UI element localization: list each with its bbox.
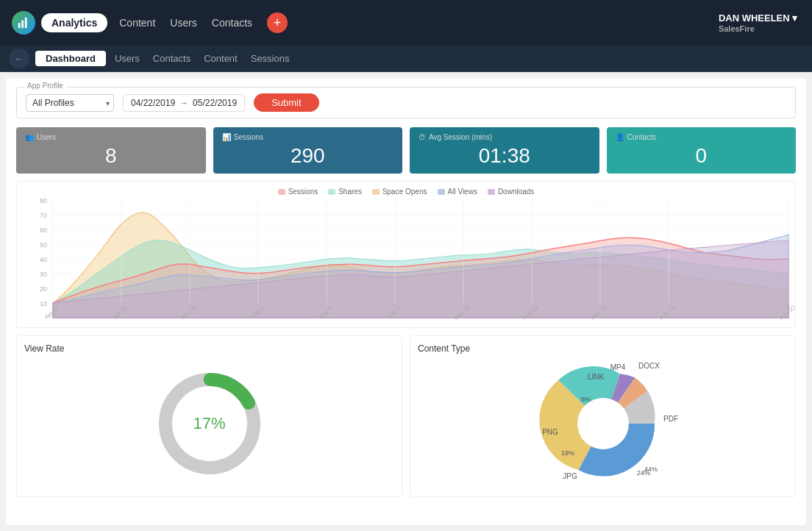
legend-sessions: Sessions (278, 188, 318, 196)
legend-shares: Shares (328, 188, 362, 196)
svg-text:20: 20 (40, 285, 47, 293)
content-type-card: Content Type (410, 335, 796, 497)
contacts-icon: 👤 (616, 133, 624, 141)
add-nav-button[interactable]: + (267, 13, 288, 33)
svg-rect-2 (25, 18, 27, 28)
legend-downloads: Downloads (488, 188, 534, 196)
legend-space-opens: Space Opens (372, 188, 427, 196)
date-from: 04/22/2019 (131, 98, 175, 108)
stat-value-sessions: 290 (222, 144, 394, 168)
nav-contacts[interactable]: Contacts (212, 17, 252, 29)
legend-all-views-label: All Views (448, 188, 477, 196)
profile-select-wrapper: All Profiles ▾ (26, 94, 114, 112)
stat-value-contacts: 0 (616, 144, 788, 168)
subnav-content[interactable]: Content (204, 51, 238, 65)
donut-percentage: 17% (193, 414, 225, 433)
users-icon: 👥 (25, 133, 34, 141)
stat-value-avg-session: 01:38 (419, 144, 591, 168)
svg-text:30: 30 (40, 271, 47, 278)
user-name: DAN WHEELEN (719, 13, 790, 24)
legend-shares-dot (328, 189, 335, 195)
user-subtitle: SalesFire (719, 24, 755, 33)
profile-select[interactable]: All Profiles (26, 94, 114, 112)
svg-text:40: 40 (40, 256, 47, 263)
subnav-users[interactable]: Users (115, 51, 140, 65)
top-navigation: Analytics Content Users Contacts + DAN W… (0, 0, 812, 46)
legend-downloads-dot (488, 189, 495, 195)
stat-value-users: 8 (25, 144, 197, 168)
svg-text:80: 80 (40, 197, 47, 204)
svg-rect-0 (18, 23, 21, 28)
nav-users[interactable]: Users (170, 17, 197, 29)
legend-all-views: All Views (438, 188, 477, 196)
stat-label-avg-session: ⏱ Avg Session (mins) (419, 133, 591, 141)
svg-text:19%: 19% (560, 449, 574, 457)
legend-shares-label: Shares (338, 188, 362, 196)
svg-text:MP4: MP4 (610, 363, 625, 371)
stat-label-users: 👥 Users (25, 133, 197, 141)
legend-sessions-dot (278, 189, 285, 195)
legend-space-opens-dot (372, 189, 380, 195)
sessions-icon: 📊 (222, 133, 231, 141)
svg-text:10: 10 (40, 300, 47, 307)
svg-text:8%: 8% (581, 396, 591, 403)
legend-sessions-label: Sessions (288, 188, 318, 196)
svg-text:PNG: PNG (542, 428, 558, 436)
subnav-sessions[interactable]: Sessions (251, 51, 290, 65)
back-button[interactable]: ← (9, 49, 29, 69)
svg-text:PDF: PDF (663, 415, 678, 423)
date-to: 05/22/2019 (193, 98, 237, 108)
analytics-nav-button[interactable]: Analytics (41, 13, 107, 32)
user-chevron-icon: ▾ (792, 13, 797, 24)
main-content: App Profile All Profiles ▾ 04/22/2019 → … (6, 78, 806, 525)
content-type-title: Content Type (418, 343, 788, 354)
bottom-charts-row: View Rate 17% Content Type (16, 335, 796, 497)
date-range-picker[interactable]: 04/22/2019 → 05/22/2019 (123, 94, 245, 112)
app-logo (12, 11, 35, 35)
chart-svg: 80 70 60 50 40 30 20 10 Apr 22 Apr (23, 200, 789, 318)
pie-chart-container: PDF 24% JPG PNG 19% LINK MP4 DOCX 44% 8% (418, 360, 788, 488)
view-rate-card: View Rate 17% (16, 335, 402, 497)
stats-row: 👥 Users 8 📊 Sessions 290 ⏱ Avg Session (… (16, 127, 796, 174)
user-menu[interactable]: DAN WHEELEN ▾ SalesFire (719, 13, 797, 34)
svg-rect-1 (21, 20, 24, 28)
pie-svg: PDF 24% JPG PNG 19% LINK MP4 DOCX 44% 8% (500, 354, 706, 493)
dashboard-tab[interactable]: Dashboard (35, 51, 106, 66)
svg-text:70: 70 (40, 212, 47, 219)
legend-space-opens-label: Space Opens (382, 188, 427, 196)
svg-text:44%: 44% (644, 466, 657, 473)
svg-text:60: 60 (40, 227, 47, 234)
submit-button[interactable]: Submit (254, 93, 318, 112)
stat-card-users: 👥 Users 8 (16, 127, 206, 174)
date-arrow-icon: → (179, 98, 188, 108)
sub-navigation: ← Dashboard Users Contacts Content Sessi… (0, 46, 812, 72)
stat-card-sessions: 📊 Sessions 290 (213, 127, 403, 174)
legend-downloads-label: Downloads (498, 188, 534, 196)
svg-point-43 (577, 398, 629, 449)
view-rate-title: View Rate (24, 343, 394, 354)
stat-label-contacts: 👤 Contacts (616, 133, 788, 141)
nav-content[interactable]: Content (119, 17, 155, 29)
svg-text:LINK: LINK (587, 373, 604, 381)
subnav-contacts[interactable]: Contacts (153, 51, 190, 65)
avg-session-icon: ⏱ (419, 133, 426, 141)
stat-label-sessions: 📊 Sessions (222, 133, 394, 141)
svg-text:DOCX: DOCX (638, 362, 660, 370)
svg-text:JPG: JPG (563, 472, 577, 480)
app-profile-label: App Profile (24, 82, 66, 90)
legend-all-views-dot (438, 189, 445, 195)
stat-card-avg-session: ⏱ Avg Session (mins) 01:38 (410, 127, 599, 174)
app-profile-bar: App Profile All Profiles ▾ 04/22/2019 → … (16, 87, 796, 118)
svg-text:50: 50 (40, 241, 47, 249)
donut-chart-container: 17% (24, 360, 394, 488)
stat-card-contacts: 👤 Contacts 0 (607, 127, 797, 174)
main-chart: Sessions Shares Space Opens All Views Do… (16, 181, 796, 328)
chart-legend: Sessions Shares Space Opens All Views Do… (23, 188, 789, 196)
